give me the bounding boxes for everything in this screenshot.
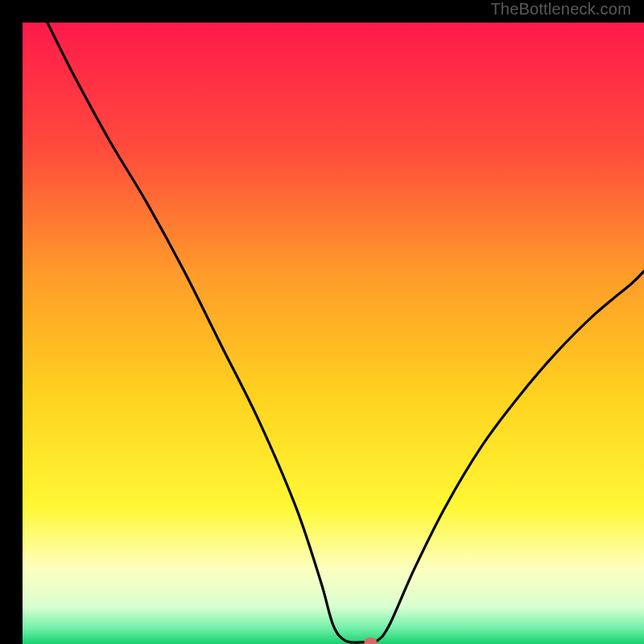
gradient-background [23, 23, 644, 644]
bottleneck-chart [23, 23, 644, 644]
chart-frame [11, 11, 633, 633]
watermark-label: TheBottleneck.com [490, 0, 631, 19]
